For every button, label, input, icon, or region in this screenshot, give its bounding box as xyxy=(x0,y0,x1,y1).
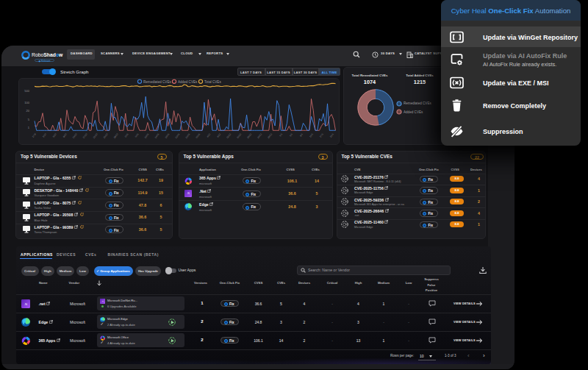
svg-text:18/11: 18/11 xyxy=(165,132,171,139)
svg-text:5: 5 xyxy=(28,118,30,121)
svg-text:Total CVEs: Total CVEs xyxy=(204,80,221,84)
svg-text:29/10: 29/10 xyxy=(113,132,119,139)
svg-text:10/11: 10/11 xyxy=(144,132,150,139)
svg-text:8/12: 8/12 xyxy=(216,132,221,138)
svg-text:21/10: 21/10 xyxy=(93,132,98,139)
svg-text:1/10: 1/10 xyxy=(42,132,47,138)
svg-text:Remediated CVEs: Remediated CVEs xyxy=(143,80,171,84)
svg-text:22/11: 22/11 xyxy=(175,132,181,139)
svg-text:20/12: 20/12 xyxy=(246,132,252,139)
svg-text:28/12: 28/12 xyxy=(267,132,273,139)
svg-text:20: 20 xyxy=(26,109,30,113)
svg-text:4/12: 4/12 xyxy=(206,132,211,138)
svg-text:14/11: 14/11 xyxy=(154,132,160,139)
svg-text:9/1: 9/1 xyxy=(299,132,304,137)
svg-text:100: 100 xyxy=(24,101,29,104)
svg-text:6/11: 6/11 xyxy=(135,132,140,138)
svg-text:17/10: 17/10 xyxy=(82,132,88,139)
svg-text:27/9: 27/9 xyxy=(32,132,37,138)
svg-text:5/1: 5/1 xyxy=(289,132,293,137)
svg-text:26/11: 26/11 xyxy=(185,132,191,139)
svg-text:17/1: 17/1 xyxy=(319,132,324,138)
svg-text:1/1: 1/1 xyxy=(279,132,283,137)
svg-text:1: 1 xyxy=(28,126,30,129)
svg-text:500: 500 xyxy=(24,89,29,93)
svg-text:5/10: 5/10 xyxy=(52,132,57,138)
svg-text:13/1: 13/1 xyxy=(309,132,314,138)
svg-text:12/12: 12/12 xyxy=(226,132,232,139)
svg-text:16/12: 16/12 xyxy=(236,132,242,139)
svg-text:2/11: 2/11 xyxy=(124,132,129,138)
svg-text:13/10: 13/10 xyxy=(72,132,78,139)
svg-text:25/10: 25/10 xyxy=(103,132,109,139)
svg-text:24/12: 24/12 xyxy=(257,132,262,139)
svg-text:Added CVEs: Added CVEs xyxy=(178,80,198,84)
svg-text:21/1: 21/1 xyxy=(329,132,334,138)
svg-text:9/10: 9/10 xyxy=(62,132,68,138)
svg-text:30/11: 30/11 xyxy=(195,132,201,139)
